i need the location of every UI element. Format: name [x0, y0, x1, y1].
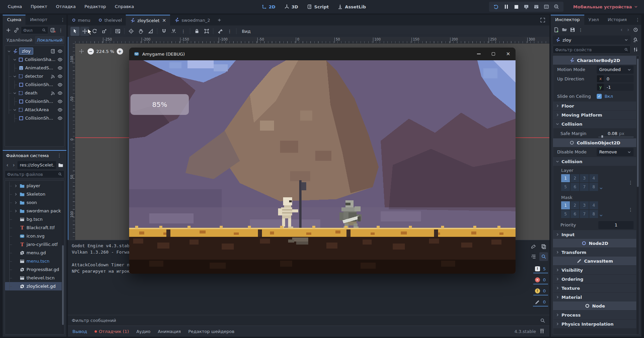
scene-filter-field[interactable] [23, 28, 42, 33]
file-row[interactable]: ТBlackcraft.ttf [5, 223, 64, 232]
add-node-button[interactable] [5, 26, 12, 34]
expand-bottom-panel-icon[interactable] [539, 329, 545, 334]
tree-row[interactable]: CollisionSh... [5, 97, 64, 106]
file-tree-scrollbar[interactable] [62, 181, 64, 334]
search-icon[interactable] [540, 318, 545, 323]
visibility-eye-icon[interactable] [57, 57, 63, 62]
skeleton-menu-icon[interactable]: ⋮ [225, 27, 234, 36]
grid-snap-toggle[interactable] [169, 27, 178, 36]
history-icon[interactable] [632, 26, 639, 33]
file-row[interactable]: menu.gd [5, 249, 64, 257]
tab-scene[interactable]: Сцена [3, 15, 25, 25]
layer-bit-2[interactable]: 2 [571, 174, 579, 182]
visibility-eye-icon[interactable] [57, 65, 63, 71]
folder-row[interactable]: Skeleton [5, 190, 64, 198]
visibility-eye-icon[interactable] [57, 74, 63, 79]
priority-field[interactable]: 1 [598, 221, 634, 229]
current-path[interactable]: res://zloyScelet. [17, 161, 56, 169]
motion-mode-dropdown[interactable]: Grounded [597, 66, 634, 74]
dock-menu-icon[interactable]: ⋮ [634, 15, 641, 25]
zoom-out-button[interactable]: − [88, 48, 94, 55]
history-forward-icon[interactable]: › [625, 27, 631, 33]
group-transform[interactable]: Transform [553, 248, 636, 257]
expand-bits-icon[interactable] [599, 186, 603, 190]
open-docs-icon[interactable] [632, 36, 639, 44]
group-texture[interactable]: Texture [553, 283, 636, 292]
layer-bit-6[interactable]: 6 [571, 183, 579, 191]
tree-row[interactable]: CollisionSha... [5, 55, 64, 64]
tree-row[interactable]: detector [5, 72, 64, 80]
node-name-zloy[interactable]: zloy [19, 48, 33, 55]
close-button[interactable]: ✕ [501, 48, 516, 60]
chevron-down-icon[interactable] [13, 74, 17, 78]
center-view-icon[interactable] [78, 48, 85, 55]
safe-margin-slider[interactable]: 0.08 px [598, 129, 634, 138]
minimize-button[interactable] [471, 48, 486, 60]
up-direction-y[interactable]: y-1 [597, 83, 634, 91]
group-collision[interactable]: Collision [553, 119, 636, 128]
file-filter-input[interactable] [5, 170, 64, 178]
visibility-eye-icon[interactable] [57, 49, 63, 54]
inspector-scrollbar[interactable] [637, 56, 639, 334]
save-resource-icon[interactable] [569, 26, 576, 33]
expand-bits-icon[interactable] [599, 213, 603, 217]
scene-tab-swoedman[interactable]: swoedman_2 [170, 15, 214, 25]
menu-help[interactable]: Справка [110, 0, 138, 13]
view-menu-button[interactable]: Вид [238, 29, 254, 34]
bottom-tab-debugger[interactable]: Отладчик (1) [95, 329, 129, 334]
chevron-down-icon[interactable] [13, 108, 17, 112]
mask-bit-1[interactable]: 1 [561, 201, 570, 209]
chevron-down-icon[interactable] [13, 91, 17, 95]
group-process[interactable]: Process [553, 310, 636, 319]
pause-button[interactable] [502, 2, 511, 11]
mask-bit-8[interactable]: 8 [589, 210, 598, 218]
file-filter-field[interactable] [7, 172, 58, 177]
game-debug-window[interactable]: Amygame (DEBUG) ✕ [129, 48, 516, 274]
remote-debug-icon[interactable] [522, 2, 531, 11]
tab-remote[interactable]: Удалённый [5, 36, 34, 44]
zoom-level[interactable]: 224.5 % [96, 49, 114, 54]
layer-bit-5[interactable]: 5 [561, 183, 570, 191]
scene-tree-menu-icon[interactable]: ⋮ [57, 26, 64, 34]
group-input[interactable]: Input [553, 230, 636, 239]
node-selector[interactable]: zloy [553, 36, 631, 44]
up-direction-x[interactable]: x0 [597, 75, 634, 82]
back-icon[interactable]: ‹ [5, 162, 10, 168]
message-counter-edits[interactable]: 0 [533, 298, 548, 307]
play-scene-button[interactable] [532, 2, 541, 11]
group-material[interactable]: Material [553, 292, 636, 301]
file-row[interactable]: ProgressBar.gd [5, 265, 64, 274]
game-window-titlebar[interactable]: Amygame (DEBUG) ✕ [129, 48, 516, 60]
history-back-icon[interactable]: ‹ [619, 27, 625, 33]
menu-project[interactable]: Проект [26, 0, 51, 13]
disable-mode-dropdown[interactable]: Remove [597, 148, 634, 156]
folder-row[interactable]: swordman pack [5, 207, 64, 215]
tab-import[interactable]: Импорт [25, 15, 52, 25]
layer-bit-4[interactable]: 4 [589, 174, 598, 182]
visibility-eye-icon[interactable] [57, 116, 63, 121]
message-counter-errors[interactable]: ✕0 [533, 276, 548, 284]
close-icon[interactable]: ✕ [162, 18, 166, 23]
tree-row[interactable]: CollisionSh... [5, 114, 64, 122]
layer-menu-icon[interactable]: ⋮ [628, 180, 633, 185]
scale-tool[interactable] [100, 27, 109, 36]
scene-tab-menu[interactable]: menu [68, 15, 94, 25]
play-custom-scene-button[interactable] [542, 2, 551, 11]
mask-bit-6[interactable]: 6 [571, 210, 579, 218]
folder-row[interactable]: soon [5, 198, 64, 207]
bottom-tab-animation[interactable]: Анимация [158, 329, 181, 334]
file-row[interactable]: menu.tscn [5, 257, 64, 265]
tree-row[interactable]: AnimatedS... [5, 64, 64, 72]
folder-row[interactable]: player [5, 182, 64, 190]
tab-node[interactable]: Узел [584, 15, 603, 25]
file-row[interactable]: bg.tscn [5, 215, 64, 223]
dock-menu-icon[interactable]: ⋮ [56, 151, 63, 160]
extra-settings-icon[interactable] [632, 46, 639, 53]
layer-bit-3[interactable]: 3 [580, 174, 589, 182]
file-row[interactable]: icon.svg [5, 232, 64, 240]
group-moving-platform[interactable]: Moving Platform [553, 110, 636, 119]
script-icon[interactable] [50, 49, 56, 54]
zoom-in-button[interactable]: + [117, 48, 123, 55]
focus-file-icon[interactable] [57, 161, 64, 169]
layer-bit-8[interactable]: 8 [589, 183, 598, 191]
